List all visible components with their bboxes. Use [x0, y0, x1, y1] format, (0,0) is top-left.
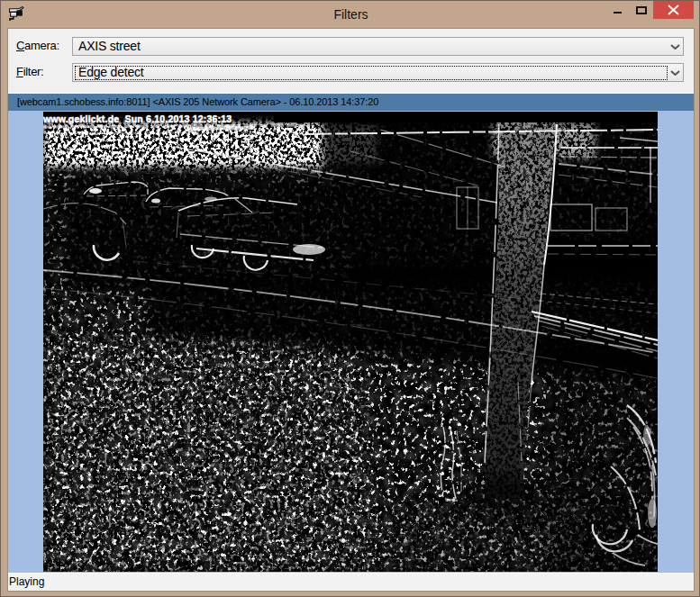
svg-text:www.geklickt.de Sun 6.10.2013: www.geklickt.de Sun 6.10.2013 12:36:13	[43, 113, 232, 124]
